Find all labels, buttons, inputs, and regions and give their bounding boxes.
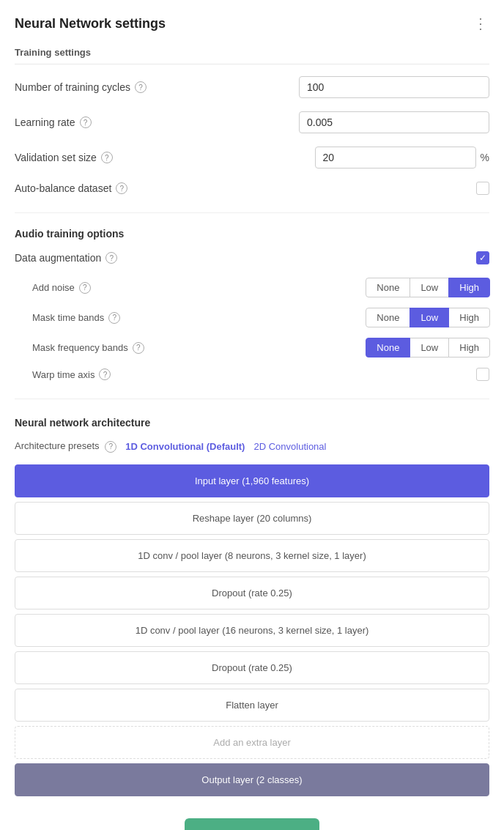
- more-options-icon[interactable]: ⋮: [473, 15, 489, 32]
- validation-size-input-wrapper: %: [315, 147, 489, 168]
- reshape-layer[interactable]: Reshape layer (20 columns): [15, 502, 489, 535]
- validation-size-help-icon[interactable]: ?: [101, 152, 113, 163]
- training-cycles-row: Number of training cycles ?: [15, 76, 489, 98]
- mask-frequency-bands-row: Mask frequency bands ? None Low High: [15, 338, 489, 357]
- page-header: Neural Network settings ⋮: [15, 15, 489, 32]
- layers-container: Input layer (1,960 features) Reshape lay…: [15, 464, 489, 796]
- mask-time-high-btn[interactable]: High: [448, 308, 490, 327]
- start-training-button[interactable]: Start training: [185, 818, 319, 831]
- arch-presets-row: Architecture presets ? 1D Convolutional …: [15, 440, 489, 453]
- dropout1-layer[interactable]: Dropout (rate 0.25): [15, 577, 489, 609]
- preset-1d-link[interactable]: 1D Convolutional (Default): [125, 441, 245, 452]
- conv1-layer[interactable]: 1D conv / pool layer (8 neurons, 3 kerne…: [15, 539, 489, 572]
- add-extra-layer[interactable]: Add an extra layer: [15, 726, 489, 759]
- auto-balance-help-icon[interactable]: ?: [116, 182, 127, 194]
- mask-freq-high-btn[interactable]: High: [448, 338, 490, 357]
- validation-size-input[interactable]: [315, 147, 476, 168]
- learning-rate-label: Learning rate ?: [15, 116, 92, 128]
- divider-1: [15, 212, 489, 213]
- learning-rate-help-icon[interactable]: ?: [80, 116, 92, 128]
- training-settings-section: Training settings Number of training cyc…: [15, 47, 489, 195]
- warp-time-axis-label: Warp time axis ?: [32, 368, 111, 380]
- arch-presets-help-icon[interactable]: ?: [105, 441, 116, 453]
- training-cycles-input[interactable]: [299, 76, 489, 98]
- flatten-layer[interactable]: Flatten layer: [15, 689, 489, 722]
- mask-time-bands-row: Mask time bands ? None Low High: [15, 308, 489, 327]
- add-noise-low-btn[interactable]: Low: [410, 278, 449, 297]
- training-settings-title: Training settings: [15, 47, 489, 64]
- warp-time-axis-help-icon[interactable]: ?: [99, 368, 111, 380]
- dropout2-layer[interactable]: Dropout (rate 0.25): [15, 651, 489, 684]
- mask-freq-none-btn[interactable]: None: [366, 338, 410, 357]
- arch-presets-label: Architecture presets ?: [15, 440, 116, 453]
- audio-training-section: Audio training options Data augmentation…: [15, 228, 489, 381]
- training-cycles-help-icon[interactable]: ?: [135, 81, 147, 93]
- add-noise-toggle-group: None Low High: [366, 278, 489, 297]
- page-title: Neural Network settings: [15, 16, 166, 32]
- mask-time-bands-label: Mask time bands ?: [32, 312, 120, 324]
- validation-size-row: Validation set size ? %: [15, 147, 489, 168]
- data-augmentation-help-icon[interactable]: ?: [105, 252, 117, 264]
- audio-training-title: Audio training options: [15, 228, 489, 240]
- mask-time-bands-help-icon[interactable]: ?: [108, 312, 120, 324]
- add-noise-help-icon[interactable]: ?: [79, 282, 91, 294]
- add-noise-high-btn[interactable]: High: [448, 278, 490, 297]
- preset-2d-link[interactable]: 2D Convolutional: [253, 441, 326, 452]
- output-layer[interactable]: Output layer (2 classes): [15, 763, 489, 796]
- mask-frequency-toggle-group: None Low High: [366, 338, 489, 357]
- architecture-title: Neural network architecture: [15, 417, 489, 429]
- auto-balance-row: Auto-balance dataset ?: [15, 182, 489, 195]
- training-cycles-label: Number of training cycles ?: [15, 81, 147, 93]
- data-augmentation-label: Data augmentation ?: [15, 252, 117, 264]
- add-noise-none-btn[interactable]: None: [366, 278, 410, 297]
- auto-balance-checkbox[interactable]: [476, 182, 489, 195]
- auto-balance-label: Auto-balance dataset ?: [15, 182, 127, 194]
- architecture-section: Neural network architecture Architecture…: [15, 417, 489, 796]
- conv2-layer[interactable]: 1D conv / pool layer (16 neurons, 3 kern…: [15, 614, 489, 647]
- validation-size-label: Validation set size ?: [15, 152, 113, 163]
- mask-time-bands-toggle-group: None Low High: [366, 308, 489, 327]
- learning-rate-input[interactable]: [299, 111, 489, 133]
- add-noise-row: Add noise ? None Low High: [15, 278, 489, 297]
- add-noise-label: Add noise ?: [32, 282, 91, 294]
- learning-rate-row: Learning rate ?: [15, 111, 489, 133]
- warp-time-axis-row: Warp time axis ?: [15, 368, 489, 381]
- mask-freq-low-btn[interactable]: Low: [410, 338, 449, 357]
- data-augmentation-row: Data augmentation ?: [15, 251, 489, 264]
- mask-frequency-bands-help-icon[interactable]: ?: [133, 342, 144, 354]
- mask-time-none-btn[interactable]: None: [366, 308, 410, 327]
- mask-frequency-bands-label: Mask frequency bands ?: [32, 342, 144, 354]
- data-augmentation-checkbox[interactable]: [476, 251, 489, 264]
- divider-2: [15, 399, 489, 399]
- input-layer[interactable]: Input layer (1,960 features): [15, 464, 489, 497]
- mask-time-low-btn[interactable]: Low: [410, 308, 449, 327]
- percent-suffix: %: [481, 152, 489, 163]
- warp-time-axis-checkbox[interactable]: [476, 368, 489, 381]
